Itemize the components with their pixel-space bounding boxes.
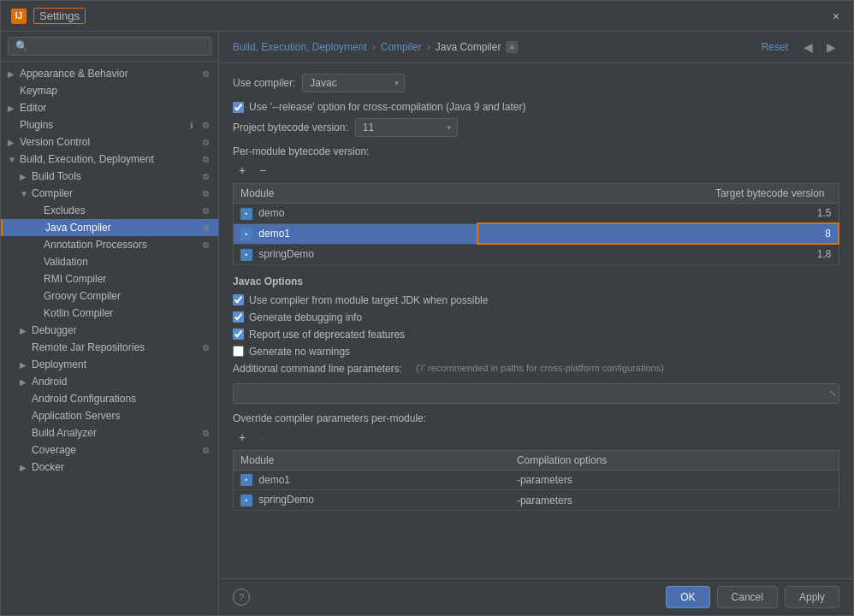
additional-params-hint: ('/' recommended in paths for cross-plat… [416,363,664,373]
sidebar-item-label: Kotlin Compiler [44,307,211,319]
module-table: Module Target bytecode version ▪ demo 1.… [233,183,839,265]
help-button[interactable]: ? [233,589,250,606]
app-icon: IJ [11,9,27,24]
sidebar-item-plugins[interactable]: Plugins ℹ ⚙ [1,116,218,133]
sidebar-item-label: Build Tools [32,170,196,182]
tree-icons: ⚙ [199,239,211,251]
cancel-button[interactable]: Cancel [717,586,778,608]
breadcrumb-compiler[interactable]: Compiler [381,41,422,53]
sidebar-item-keymap[interactable]: Keymap [1,82,218,99]
dialog-title: Settings [33,8,86,24]
footer-buttons: OK Cancel Apply [666,586,839,608]
sidebar-item-deployment[interactable]: ▶ Deployment [1,356,218,373]
additional-params-input[interactable] [233,383,839,404]
sidebar-item-appearance-behavior[interactable]: ▶ Appearance & Behavior ⚙ [1,65,218,82]
version-col-header: Target bytecode version [477,184,839,204]
tree-icons: ⚙ [199,204,211,216]
report-deprecated-checkbox[interactable] [233,329,244,340]
forward-arrow[interactable]: ▶ [823,38,839,56]
sidebar-item-label: Version Control [20,136,196,148]
sidebar-item-compiler[interactable]: ▼ Compiler ⚙ [1,185,218,202]
close-button[interactable]: × [829,9,843,23]
bytecode-version-row: Project bytecode version: 11 8 9 10 12 [233,118,839,137]
remove-module-button[interactable]: − [253,161,272,180]
module-cell: ▪ demo1 [234,223,477,244]
sidebar-item-kotlin-compiler[interactable]: Kotlin Compiler [1,305,218,322]
settings-icon: ⚙ [199,341,211,353]
table-row[interactable]: ▪ springDemo -parameters [234,490,839,511]
override-options-col-header: Compilation options [510,450,839,470]
settings-icon: ⚙ [199,170,211,182]
expand-icon[interactable]: ⤡ [829,388,836,398]
chevron-right-icon: ▶ [20,463,32,472]
sidebar-item-build-execution[interactable]: ▼ Build, Execution, Deployment ⚙ [1,151,218,168]
sidebar-item-android-configurations[interactable]: Android Configurations [1,390,218,407]
settings-dialog: IJ Settings × ▶ Appearance & Behavior ⚙ [0,0,854,616]
settings-icon: ⚙ [199,187,211,199]
version-cell: 1.5 [477,204,839,224]
override-options-cell: -parameters [510,470,839,490]
javac-option-no-warnings-row: Generate no warnings [233,346,839,358]
sidebar-item-android[interactable]: ▶ Android [1,373,218,390]
sidebar-item-remote-jar-repos[interactable]: Remote Jar Repositories ⚙ [1,339,218,356]
sidebar-tree: ▶ Appearance & Behavior ⚙ Keymap ▶ Edito… [1,62,218,615]
sidebar-item-rmi-compiler[interactable]: RMI Compiler [1,270,218,287]
sidebar-item-excludes[interactable]: Excludes ⚙ [1,202,218,219]
module-col-header: Module [234,184,477,204]
sidebar-item-label: RMI Compiler [44,273,211,285]
sidebar-item-build-analyzer[interactable]: Build Analyzer ⚙ [1,424,218,441]
tree-icons: ⚙ [199,153,211,165]
add-override-button[interactable]: + [233,428,252,447]
ok-button[interactable]: OK [666,586,709,608]
module-cell: ▪ demo [234,204,477,224]
right-panel: Build, Execution, Deployment › Compiler … [219,32,853,615]
module-icon: ▪ [240,495,252,506]
sidebar-item-validation[interactable]: Validation [1,253,218,270]
module-icon: ▪ [240,228,252,240]
sidebar-item-groovy-compiler[interactable]: Groovy Compiler [1,287,218,305]
chevron-right-icon: ▶ [8,104,20,113]
sidebar-item-debugger[interactable]: ▶ Debugger [1,322,218,339]
javac-options-title: Javac Options [233,275,839,287]
search-input[interactable] [8,37,211,56]
sidebar-item-java-compiler[interactable]: Java Compiler ⚙ [1,219,218,236]
info-icon: ℹ [186,119,198,131]
sidebar-item-docker[interactable]: ▶ Docker [1,459,218,476]
sidebar-item-application-servers[interactable]: Application Servers [1,407,218,424]
sidebar-item-label: Plugins [20,119,182,131]
gen-no-warnings-checkbox[interactable] [233,346,244,357]
content-area: Use compiler: Javac Eclipse Ajc Use '--r… [219,63,853,578]
sidebar-item-label: Coverage [32,444,196,456]
tree-icons: ⚙ [199,68,211,80]
breadcrumb-build[interactable]: Build, Execution, Deployment [233,41,367,53]
sidebar-item-editor[interactable]: ▶ Editor [1,99,218,116]
sidebar-item-build-tools[interactable]: ▶ Build Tools ⚙ [1,168,218,185]
apply-button[interactable]: Apply [785,586,839,608]
table-row[interactable]: ▪ demo 1.5 [234,204,839,224]
release-option-checkbox[interactable] [233,102,244,113]
sidebar: ▶ Appearance & Behavior ⚙ Keymap ▶ Edito… [1,32,219,615]
javac-option-deprecated-row: Report use of deprecated features [233,329,839,341]
add-module-button[interactable]: + [233,161,252,180]
use-module-target-label: Use compiler from module target JDK when… [249,294,488,306]
main-content: ▶ Appearance & Behavior ⚙ Keymap ▶ Edito… [1,32,853,615]
bottom-bar: ? OK Cancel Apply [219,578,853,615]
table-row[interactable]: ▪ demo1 -parameters [234,470,839,490]
sidebar-item-version-control[interactable]: ▶ Version Control ⚙ [1,133,218,151]
back-arrow[interactable]: ◀ [800,38,816,56]
table-row[interactable]: ▪ springDemo 1.8 [234,244,839,264]
bytecode-version-select[interactable]: 11 8 9 10 12 [355,118,458,137]
remove-override-button[interactable]: − [253,428,272,447]
override-table: Module Compilation options ▪ demo1 -para… [233,450,839,512]
sidebar-item-annotation-processors[interactable]: Annotation Processors ⚙ [1,236,218,253]
table-row[interactable]: ▪ demo1 8 [234,223,839,244]
gen-debug-info-checkbox[interactable] [233,311,244,323]
use-module-target-checkbox[interactable] [233,294,244,305]
sidebar-item-label: Validation [44,256,211,268]
module-icon: ▪ [240,208,252,220]
settings-icon: ⚙ [199,222,211,234]
sidebar-item-coverage[interactable]: Coverage ⚙ [1,441,218,459]
compiler-select[interactable]: Javac Eclipse Ajc [302,74,405,92]
reset-button[interactable]: Reset [756,39,793,55]
sidebar-item-label: Debugger [32,324,211,336]
